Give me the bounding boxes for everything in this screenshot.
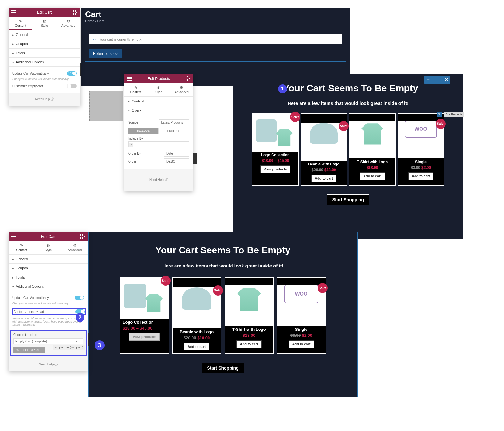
preview-empty-cart-final: Your Cart Seems To Be Empty Here are a f… xyxy=(88,232,358,397)
empty-cart-notice: ▭ Your cart is currently empty. xyxy=(89,34,342,44)
empty-title: 1Your Cart Seems To Be Empty xyxy=(233,83,463,94)
edit-pencil-icon[interactable]: ✎ xyxy=(437,112,442,117)
plus-icon[interactable]: ＋ xyxy=(426,77,431,83)
section-totals[interactable]: Totals xyxy=(9,273,88,282)
product-title: Beanie with Logo xyxy=(173,328,221,336)
add-to-cart-button[interactable]: Add to cart xyxy=(360,172,385,180)
tab-style[interactable]: ◐Style xyxy=(147,83,170,96)
help-footer[interactable]: Need Help ⓘ xyxy=(124,169,193,191)
include-tab[interactable]: INCLUDE xyxy=(128,128,158,134)
update-cart-label: Update Cart Automatically xyxy=(12,72,49,75)
grid-icon[interactable] xyxy=(73,10,78,15)
edit-template-button[interactable]: ✎ EDIT TEMPLATE xyxy=(13,347,45,353)
order-select[interactable]: DESC xyxy=(164,158,189,164)
product-title: T-Shirt with Logo xyxy=(349,158,395,165)
product-card[interactable]: T-Shirt with Logo $18.00 Add to cart xyxy=(225,277,274,354)
product-card[interactable]: T-Shirt with Logo $18.00 Add to cart xyxy=(349,113,396,186)
product-card[interactable]: WOOSale! Single $3.00$2.00 Add to cart xyxy=(398,113,444,186)
edit-products-panel: Edit Products ✎Content ◐Style ⚙Advanced … xyxy=(124,74,193,191)
grid-icon[interactable] xyxy=(80,234,85,239)
update-cart-toggle[interactable]: YES xyxy=(67,71,77,76)
product-price: $20.00$18.00 xyxy=(173,336,221,340)
annotation-3: 3 xyxy=(94,340,105,350)
source-select[interactable]: Latest Products xyxy=(159,119,189,125)
product-title: Logo Collection xyxy=(120,319,169,326)
update-cart-toggle[interactable] xyxy=(75,296,84,300)
section-additional[interactable]: Additional Options xyxy=(9,58,80,67)
section-content[interactable]: Content xyxy=(124,97,193,106)
view-products-button[interactable]: View products xyxy=(260,165,291,173)
clear-icon[interactable]: × xyxy=(76,340,77,343)
section-coupon[interactable]: Coupon xyxy=(9,39,80,49)
sale-badge: Sale! xyxy=(213,285,223,296)
sale-badge: Sale! xyxy=(161,276,171,286)
add-to-cart-button[interactable]: Add to cart xyxy=(236,340,261,348)
product-title: Single xyxy=(398,158,444,165)
product-title: Logo Collection xyxy=(252,152,298,158)
section-general[interactable]: General xyxy=(9,255,88,264)
tab-advanced[interactable]: ⚙Advanced xyxy=(61,241,88,254)
help-footer[interactable]: Need Help ⓘ xyxy=(9,93,80,106)
customize-toggle[interactable] xyxy=(67,84,77,88)
tab-advanced[interactable]: ⚙Advanced xyxy=(56,17,80,30)
tabs: ✎Content ◐Style ⚙Advanced xyxy=(124,83,193,97)
section-general[interactable]: General xyxy=(9,30,80,39)
collapse-handle[interactable]: ‹ xyxy=(193,153,197,164)
section-additional[interactable]: Additional Options xyxy=(9,282,88,291)
panel-title: Edit Products xyxy=(147,77,170,81)
grid-icon[interactable] xyxy=(186,76,191,81)
source-label: Source xyxy=(128,121,138,124)
tab-advanced[interactable]: ⚙Advanced xyxy=(170,83,193,96)
product-card[interactable]: Sale! Beanie with Logo $20.00$18.00 Add … xyxy=(172,277,221,354)
section-query[interactable]: Query xyxy=(124,106,193,115)
add-to-cart-button[interactable]: Add to cart xyxy=(408,172,433,180)
return-to-shop-button[interactable]: Return to shop xyxy=(89,49,122,58)
edit-tooltip: Edit Products xyxy=(444,112,464,117)
tab-style[interactable]: ◐Style xyxy=(32,17,56,30)
panel-header: Edit Cart xyxy=(9,8,80,17)
product-price: $3.00$2.00 xyxy=(277,333,326,338)
sale-badge: Sale! xyxy=(290,112,300,122)
exclude-tab[interactable]: EXCLUDE xyxy=(158,128,189,134)
menu-icon[interactable] xyxy=(11,234,16,239)
help-icon: ⓘ xyxy=(54,363,58,366)
product-price: $20.00$18.00 xyxy=(301,168,347,172)
menu-icon[interactable] xyxy=(127,76,132,81)
start-shopping-button[interactable]: Start Shopping xyxy=(327,194,369,205)
close-icon[interactable]: ✕ xyxy=(444,77,449,83)
product-card[interactable]: Sale! Logo Collection $18.00 – $45.00 Vi… xyxy=(252,113,299,186)
product-card[interactable]: WOOSale! Single $3.00$2.00 Add to cart xyxy=(277,277,326,354)
query-body: Source Latest Products INCLUDE EXCLUDE I… xyxy=(124,115,193,169)
section-totals[interactable]: Totals xyxy=(9,49,80,58)
template-select[interactable]: Empty Cart (Template) × xyxy=(13,338,83,344)
product-card[interactable]: Sale! Logo Collection $18.00 – $45.00 Vi… xyxy=(120,277,169,354)
include-by-input[interactable]: × xyxy=(128,141,189,147)
tab-content[interactable]: ✎Content xyxy=(9,241,35,254)
edit-cart-panel-1: Edit Cart ✎Content ◐Style ⚙Advanced Gene… xyxy=(9,8,80,106)
sale-badge: Sale! xyxy=(436,119,446,129)
help-footer[interactable]: Need Help ⓘ xyxy=(9,358,88,371)
move-icon[interactable]: ⋮⋮ xyxy=(432,77,443,83)
menu-icon[interactable] xyxy=(11,10,16,15)
page-title: Cart xyxy=(85,9,346,19)
section-coupon[interactable]: Coupon xyxy=(9,264,88,273)
tab-content[interactable]: ✎Content xyxy=(9,17,32,30)
orderby-select[interactable]: Date xyxy=(164,151,189,157)
add-to-cart-button[interactable]: Add to cart xyxy=(289,340,314,348)
additional-body: Update Cart Automatically Changes to the… xyxy=(9,291,88,330)
element-toolbar[interactable]: ＋ ⋮⋮ ✕ xyxy=(424,76,450,84)
tab-content[interactable]: ✎Content xyxy=(124,83,147,96)
annotation-1: 1 xyxy=(278,84,287,93)
panel-title: Edit Cart xyxy=(41,234,56,239)
product-price: $18.00 xyxy=(349,165,395,170)
tab-style[interactable]: ◐Style xyxy=(35,241,61,254)
subtitle: Here are a few items that would look gre… xyxy=(233,101,463,106)
product-card[interactable]: Sale! Beanie with Logo $20.00$18.00 Add … xyxy=(301,113,347,186)
view-products-button[interactable]: View products xyxy=(129,333,160,341)
add-to-cart-button[interactable]: Add to cart xyxy=(184,343,209,350)
start-shopping-button[interactable]: Start Shopping xyxy=(202,363,244,373)
update-cart-label: Update Cart Automatically xyxy=(12,296,49,300)
add-to-cart-button[interactable]: Add to cart xyxy=(311,175,336,182)
tabs: ✎Content ◐Style ⚙Advanced xyxy=(9,241,88,255)
subtitle: Here are a few items that would look gre… xyxy=(89,263,357,268)
